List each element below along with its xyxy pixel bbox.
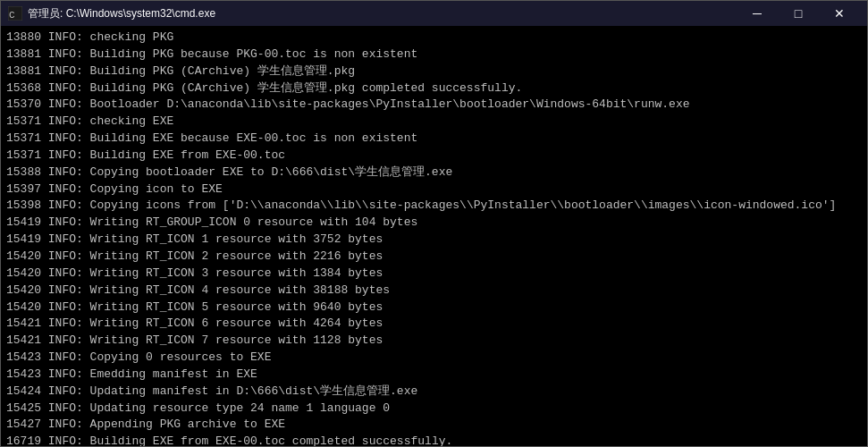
minimize-button[interactable]: ─ (737, 1, 778, 26)
terminal-line: 15421 INFO: Writing RT_ICON 7 resource w… (6, 333, 862, 350)
terminal-line: 13880 INFO: checking PKG (6, 30, 862, 46)
terminal-line: 15419 INFO: Writing RT_ICON 1 resource w… (6, 232, 862, 249)
close-button[interactable]: ✕ (819, 1, 860, 26)
terminal-line: 15388 INFO: Copying bootloader EXE to D:… (6, 164, 862, 181)
terminal-line: 15421 INFO: Writing RT_ICON 6 resource w… (6, 316, 862, 333)
terminal-line: 15420 INFO: Writing RT_ICON 3 resource w… (6, 266, 862, 283)
terminal-line: 15423 INFO: Copying 0 resources to EXE (6, 350, 862, 367)
terminal-line: 13881 INFO: Building PKG because PKG-00.… (6, 46, 862, 63)
terminal-line: 15371 INFO: Building EXE because EXE-00.… (6, 131, 862, 148)
terminal-line: 15398 INFO: Copying icons from ['D:\\ana… (6, 198, 862, 215)
terminal-line: 15420 INFO: Writing RT_ICON 5 resource w… (6, 299, 862, 316)
terminal-line: 15370 INFO: Bootloader D:\anaconda\lib\s… (6, 97, 862, 114)
terminal-line: 15371 INFO: checking EXE (6, 114, 862, 131)
terminal-line: 15419 INFO: Writing RT_GROUP_ICON 0 reso… (6, 215, 862, 232)
title-bar-label: 管理员: C:\Windows\system32\cmd.exe (28, 6, 737, 21)
terminal-line: 16719 INFO: Building EXE from EXE-00.toc… (6, 434, 862, 446)
terminal-output: 13880 INFO: checking PKG13881 INFO: Buil… (6, 30, 862, 446)
terminal-line: 13881 INFO: Building PKG (CArchive) 学生信息… (6, 63, 862, 80)
svg-text:C: C (9, 10, 15, 21)
terminal-line: 15368 INFO: Building PKG (CArchive) 学生信息… (6, 80, 862, 97)
terminal-line: 15420 INFO: Writing RT_ICON 2 resource w… (6, 249, 862, 266)
terminal-line: 15371 INFO: Building EXE from EXE-00.toc (6, 148, 862, 164)
maximize-button[interactable]: □ (778, 1, 819, 26)
terminal-line: 15420 INFO: Writing RT_ICON 4 resource w… (6, 283, 862, 299)
window-controls: ─ □ ✕ (737, 1, 860, 26)
terminal-line: 15425 INFO: Updating resource type 24 na… (6, 401, 862, 417)
terminal-line: 15427 INFO: Appending PKG archive to EXE (6, 417, 862, 434)
terminal-line: 15424 INFO: Updating manifest in D:\666\… (6, 384, 862, 401)
title-bar: C 管理员: C:\Windows\system32\cmd.exe ─ □ ✕ (1, 1, 867, 26)
cmd-icon: C (8, 6, 22, 21)
terminal-line: 15423 INFO: Emedding manifest in EXE (6, 367, 862, 384)
cmd-window: C 管理员: C:\Windows\system32\cmd.exe ─ □ ✕… (0, 0, 868, 447)
terminal-line: 15397 INFO: Copying icon to EXE (6, 181, 862, 198)
terminal-body[interactable]: 13880 INFO: checking PKG13881 INFO: Buil… (1, 26, 867, 446)
